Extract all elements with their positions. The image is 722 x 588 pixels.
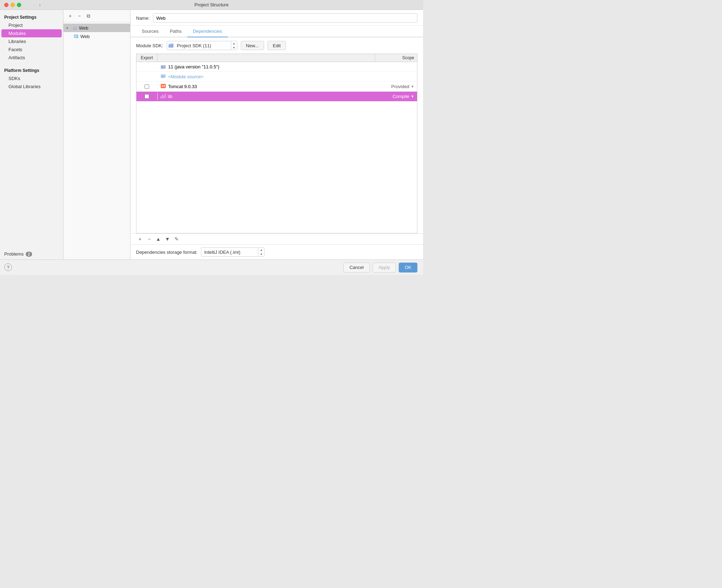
sidebar-item-problems[interactable]: Problems 2 <box>0 249 63 259</box>
sdk-arrow-down[interactable]: ▼ <box>231 45 237 50</box>
dep-row-tomcat[interactable]: Tomcat 9.0.33 Provided ▼ <box>136 82 417 92</box>
storage-select[interactable]: IntelliJ IDEA (.iml) ▲ ▼ <box>201 247 264 257</box>
title-bar: ‹ › Project Structure <box>0 0 423 10</box>
svg-rect-0 <box>74 35 78 38</box>
minimize-button[interactable] <box>11 3 15 7</box>
col-export: Export <box>136 54 158 62</box>
dep-name-java: J 11 (java version "11.0.5") <box>158 63 375 71</box>
dep-check-tomcat[interactable] <box>136 83 158 90</box>
sidebar-item-sdks[interactable]: SDKs <box>0 74 63 82</box>
tree-item-web-root[interactable]: ▾ 🗂 Web <box>63 24 130 32</box>
dep-move-down-button[interactable]: ▼ <box>164 235 171 243</box>
sdk-edit-button[interactable]: Edit <box>268 41 286 50</box>
chevron-down-icon: ▾ <box>66 26 71 30</box>
dep-check-module <box>136 75 158 78</box>
sidebar-item-libraries[interactable]: Libraries <box>0 37 63 45</box>
module-source-link[interactable]: <Module source> <box>168 74 203 79</box>
sdk-select-text: Project SDK (11) <box>175 43 231 48</box>
dep-scope-java <box>375 66 417 68</box>
lib-icon <box>160 93 166 99</box>
dep-bottom-toolbar: + − ▲ ▼ ✎ <box>130 233 423 244</box>
right-panel: Name: Sources Paths Dependencies Module … <box>130 10 423 259</box>
tree-item-web-child[interactable]: Web <box>63 32 130 41</box>
nav-arrows: ‹ › <box>32 2 42 8</box>
svg-rect-1 <box>75 36 78 36</box>
dep-row-module-source[interactable]: M <Module source> <box>136 72 417 82</box>
tomcat-scope-text: Provided <box>391 84 409 89</box>
close-button[interactable] <box>4 3 8 7</box>
dep-row-lib[interactable]: lib Compile ▼ <box>136 92 417 102</box>
name-row: Name: <box>130 10 423 26</box>
dep-name-lib: lib <box>158 92 375 101</box>
tomcat-checkbox[interactable] <box>145 84 149 89</box>
sdk-new-button[interactable]: New... <box>241 41 264 50</box>
tabs-row: Sources Paths Dependencies <box>130 26 423 37</box>
lib-checkbox[interactable] <box>145 94 149 99</box>
tab-sources[interactable]: Sources <box>136 26 164 37</box>
back-arrow-icon[interactable]: ‹ <box>32 2 36 8</box>
remove-module-button[interactable]: − <box>75 12 83 20</box>
dep-move-up-button[interactable]: ▲ <box>154 235 162 243</box>
storage-select-text: IntelliJ IDEA (.iml) <box>201 250 258 255</box>
dep-name-tomcat: Tomcat 9.0.33 <box>158 82 375 91</box>
dep-scope-module <box>375 75 417 78</box>
name-label: Name: <box>136 16 149 21</box>
module-sdk-row: Module SDK: Project SDK (11) ▲ ▼ New... <box>130 37 423 54</box>
sdk-spinner[interactable]: ▲ ▼ <box>231 41 237 50</box>
lib-scope-arrow[interactable]: ▼ <box>411 94 414 98</box>
tomcat-label: Tomcat 9.0.33 <box>168 84 197 89</box>
sidebar: Project Settings Project Modules Librari… <box>0 10 63 259</box>
dep-scope-tomcat[interactable]: Provided ▼ <box>375 82 417 91</box>
dep-scope-lib[interactable]: Compile ▼ <box>375 92 417 100</box>
sidebar-item-project[interactable]: Project <box>0 21 63 29</box>
storage-arrow-down[interactable]: ▼ <box>258 252 264 256</box>
java-sdk-icon: J <box>160 64 166 70</box>
svg-text:J: J <box>161 66 163 69</box>
dep-check-lib[interactable] <box>136 93 158 100</box>
lib-label: lib <box>168 94 172 99</box>
cancel-button[interactable]: Cancel <box>343 263 369 272</box>
dep-remove-button[interactable]: − <box>145 235 153 243</box>
sidebar-item-artifacts[interactable]: Artifacts <box>0 54 63 62</box>
module-icon <box>73 33 79 39</box>
dep-add-button[interactable]: + <box>136 235 144 243</box>
window-title: Project Structure <box>195 2 229 7</box>
traffic-lights <box>4 3 21 7</box>
dep-name-module: M <Module source> <box>158 72 375 81</box>
col-name <box>158 54 375 62</box>
storage-arrow-up[interactable]: ▲ <box>258 248 264 252</box>
add-module-button[interactable]: + <box>66 12 74 20</box>
storage-row: Dependencies storage format: IntelliJ ID… <box>130 244 423 259</box>
sidebar-item-facets[interactable]: Facets <box>0 45 63 54</box>
problems-label: Problems <box>4 251 24 257</box>
sdk-arrow-up[interactable]: ▲ <box>231 41 237 45</box>
storage-label: Dependencies storage format: <box>136 250 197 255</box>
copy-module-button[interactable]: ⧉ <box>85 12 92 20</box>
tab-paths[interactable]: Paths <box>164 26 187 37</box>
ok-button[interactable]: OK <box>399 263 417 272</box>
dep-edit-button[interactable]: ✎ <box>173 235 180 243</box>
bottom-bar: ? Cancel Apply OK <box>0 259 423 275</box>
dep-row-java[interactable]: J 11 (java version "11.0.5") <box>136 62 417 72</box>
dep-check-java <box>136 66 158 68</box>
apply-button[interactable]: Apply <box>373 263 396 272</box>
storage-spinner[interactable]: ▲ ▼ <box>258 248 264 256</box>
help-button[interactable]: ? <box>4 263 12 271</box>
module-source-icon: M <box>160 73 166 80</box>
sidebar-item-global-libraries[interactable]: Global Libraries <box>0 82 63 91</box>
tab-dependencies[interactable]: Dependencies <box>187 26 228 37</box>
sdk-select[interactable]: Project SDK (11) ▲ ▼ <box>167 41 237 50</box>
module-sdk-label: Module SDK: <box>136 43 163 48</box>
dep-table-header: Export Scope <box>136 54 417 62</box>
module-toolbar: + − ⧉ <box>63 10 130 22</box>
middle-panel: + − ⧉ ▾ 🗂 Web Web <box>63 10 130 259</box>
sdk-folder-icon <box>167 42 175 49</box>
maximize-button[interactable] <box>17 3 21 7</box>
platform-settings-section: Platform Settings <box>0 65 63 74</box>
forward-arrow-icon[interactable]: › <box>38 2 42 8</box>
name-input[interactable] <box>153 13 417 23</box>
col-scope: Scope <box>375 54 417 62</box>
sidebar-separator <box>0 62 63 65</box>
sidebar-item-modules[interactable]: Modules <box>1 29 62 37</box>
tomcat-scope-arrow[interactable]: ▼ <box>411 85 414 88</box>
